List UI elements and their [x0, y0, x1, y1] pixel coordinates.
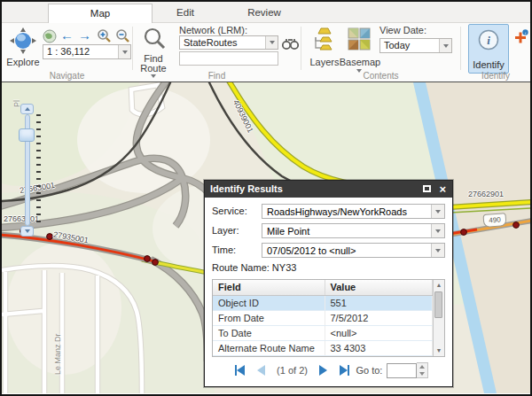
map-scale-combobox[interactable]: 1 : 36,112	[43, 44, 131, 59]
route-id-label: 27663101	[4, 214, 39, 223]
view-date-label: View Date:	[379, 25, 426, 35]
ribbon-tabbar: Map Edit Review	[2, 2, 530, 23]
street-name-label: Le Manz Dr	[53, 333, 62, 375]
service-value: RoadsHighways/NewYorkRoads	[262, 205, 444, 217]
tab-review[interactable]: Review	[236, 2, 293, 23]
time-label: Time:	[212, 243, 262, 258]
scroll-down-icon[interactable]: ▼	[434, 346, 444, 355]
route-name-text: Route Name: NY33	[212, 262, 445, 273]
map-view[interactable]: 27663001 27663101 27935001 27662901 4093…	[2, 82, 530, 393]
explore-compass-icon[interactable]	[9, 27, 37, 55]
table-row[interactable]: To Date<null>	[213, 325, 433, 340]
route-shield: 490	[483, 213, 507, 228]
time-value: 07/05/2012 to <null>	[262, 244, 444, 256]
maximize-icon[interactable]	[423, 185, 431, 192]
view-date-combobox[interactable]: Today	[379, 38, 452, 53]
group-label-identify: Identify	[461, 71, 530, 81]
column-header-value[interactable]: Value	[325, 280, 433, 295]
group-label-contents: Contents	[301, 71, 460, 81]
tab-edit[interactable]: Edit	[159, 2, 212, 23]
view-date-dropdown-arrow[interactable]	[439, 39, 451, 52]
identify-info-icon: i	[478, 29, 499, 50]
network-lrm-label: Network (LRM):	[179, 25, 247, 35]
route-id-label: 27662901	[468, 190, 504, 198]
basemap-icon[interactable]	[348, 27, 371, 50]
previous-extent-arrow-icon[interactable]: ←	[60, 27, 74, 43]
column-header-field[interactable]: Field	[213, 280, 325, 295]
time-dropdown-arrow[interactable]	[431, 244, 444, 257]
app-window: Map Edit Review Explore ← →	[0, 0, 532, 396]
tab-map[interactable]: Map	[48, 4, 153, 23]
zoom-slider-down-button[interactable]	[20, 226, 34, 237]
identify-button-label: Identify	[469, 59, 508, 70]
table-row[interactable]: Alternate Route Name33 4303	[213, 340, 433, 355]
zoom-slider-up-button[interactable]	[20, 104, 34, 114]
fixed-zoom-in-icon[interactable]	[97, 28, 112, 43]
last-page-button[interactable]	[340, 365, 350, 376]
svg-text:i: i	[487, 34, 490, 47]
attribute-table: Field Value Object ID551 From Date7/5/20…	[212, 279, 445, 357]
dialog-titlebar[interactable]: Identify Results ×	[205, 181, 452, 198]
goto-label: Go to:	[356, 365, 382, 376]
close-icon[interactable]: ×	[439, 181, 446, 198]
table-row[interactable]: Object ID551	[213, 295, 433, 310]
ribbon: Explore ← → 1 : 36,112 Navigate F	[2, 23, 530, 82]
goto-page-input[interactable]	[387, 363, 417, 378]
group-separator	[460, 27, 461, 70]
group-separator	[301, 27, 301, 70]
scroll-up-icon[interactable]: ▲	[434, 281, 444, 290]
layers-icon[interactable]	[312, 27, 337, 53]
pagination-bar: (1 of 2) Go to:	[212, 362, 445, 378]
time-combobox[interactable]: 07/05/2012 to <null>	[262, 243, 445, 258]
zoom-slider-thumb[interactable]	[19, 128, 35, 142]
add-identify-tool-icon[interactable]: i	[513, 29, 528, 44]
group-label-find: Find	[133, 71, 301, 81]
binoculars-search-icon[interactable]	[282, 36, 299, 50]
network-lrm-dropdown-arrow[interactable]	[265, 36, 278, 49]
network-lrm-combobox[interactable]: StateRoutes	[179, 35, 278, 50]
next-page-button[interactable]	[319, 365, 327, 376]
service-label: Service:	[212, 204, 262, 219]
previous-page-button[interactable]	[257, 365, 265, 376]
first-page-button[interactable]	[235, 365, 246, 376]
basemap-button[interactable]: Basemap	[339, 57, 381, 67]
table-header-row: Field Value	[213, 280, 433, 295]
full-extent-globe-icon[interactable]	[43, 29, 57, 43]
identify-results-dialog: Identify Results × Service: RoadsHighway…	[204, 180, 453, 387]
table-scrollbar[interactable]: ▲ ▼	[433, 280, 444, 356]
goto-spinner[interactable]	[417, 362, 428, 378]
page-indicator: (1 of 2)	[277, 365, 308, 376]
layer-label: Layer:	[212, 223, 262, 238]
layer-value: Mile Point	[262, 224, 444, 237]
service-combobox[interactable]: RoadsHighways/NewYorkRoads	[262, 204, 445, 219]
explore-button[interactable]: Explore	[2, 57, 44, 67]
layer-combobox[interactable]: Mile Point	[262, 223, 445, 238]
fixed-zoom-out-icon[interactable]	[115, 28, 130, 43]
dialog-title: Identify Results	[210, 183, 283, 194]
service-dropdown-arrow[interactable]	[431, 205, 444, 218]
identify-button[interactable]: i Identify	[468, 24, 509, 74]
route-input-field[interactable]	[179, 51, 278, 66]
next-extent-arrow-icon[interactable]: →	[78, 27, 91, 43]
zoom-slider-ticks	[36, 114, 41, 224]
table-row[interactable]: From Date7/5/2012	[213, 310, 433, 325]
group-label-navigate: Navigate	[2, 71, 132, 81]
layer-dropdown-arrow[interactable]	[431, 224, 444, 237]
network-lrm-value: StateRoutes	[180, 36, 278, 49]
map-scale-dropdown-arrow[interactable]	[118, 45, 130, 58]
scrollbar-thumb[interactable]	[434, 291, 442, 318]
find-route-magnifier-icon[interactable]	[142, 27, 167, 51]
